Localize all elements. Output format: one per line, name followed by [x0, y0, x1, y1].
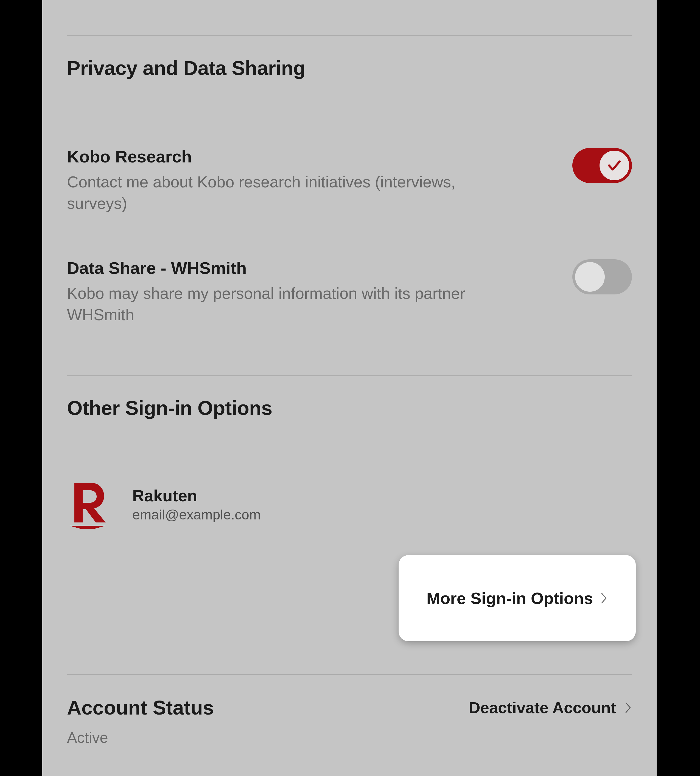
section-divider	[67, 35, 632, 36]
chevron-right-icon	[625, 702, 632, 714]
setting-text: Data Share - WHSmith Kobo may share my p…	[67, 258, 492, 326]
privacy-heading: Privacy and Data Sharing	[67, 57, 632, 79]
rakuten-logo-icon	[67, 480, 108, 529]
setting-title: Kobo Research	[67, 147, 492, 166]
account-status-heading: Account Status	[67, 696, 214, 719]
signin-provider-rakuten[interactable]: Rakuten email@example.com	[67, 480, 632, 529]
more-signin-label: More Sign-in Options	[427, 589, 593, 608]
account-status-value: Active	[67, 729, 632, 746]
section-divider	[67, 375, 632, 376]
deactivate-label: Deactivate Account	[469, 698, 616, 717]
chevron-right-icon	[601, 592, 608, 604]
check-icon	[607, 158, 622, 173]
account-status-row: Account Status Deactivate Account	[67, 696, 632, 719]
toggle-knob	[600, 151, 629, 180]
setting-description: Kobo may share my personal information w…	[67, 283, 492, 326]
setting-description: Contact me about Kobo research initiativ…	[67, 171, 492, 214]
provider-email: email@example.com	[132, 507, 261, 523]
toggle-knob	[575, 262, 605, 292]
setting-text: Kobo Research Contact me about Kobo rese…	[67, 147, 492, 214]
toggle-data-share-whsmith[interactable]	[572, 259, 632, 295]
setting-title: Data Share - WHSmith	[67, 258, 492, 278]
provider-text: Rakuten email@example.com	[132, 486, 261, 523]
setting-row-data-share-whsmith: Data Share - WHSmith Kobo may share my p…	[67, 258, 632, 326]
deactivate-account-button[interactable]: Deactivate Account	[469, 698, 632, 717]
more-signin-options-button[interactable]: More Sign-in Options	[398, 555, 636, 641]
provider-name: Rakuten	[132, 486, 261, 505]
setting-row-kobo-research: Kobo Research Contact me about Kobo rese…	[67, 147, 632, 214]
signin-heading: Other Sign-in Options	[67, 396, 632, 419]
settings-panel: Privacy and Data Sharing Kobo Research C…	[42, 0, 657, 776]
toggle-kobo-research[interactable]	[572, 148, 632, 183]
section-divider	[67, 674, 632, 675]
